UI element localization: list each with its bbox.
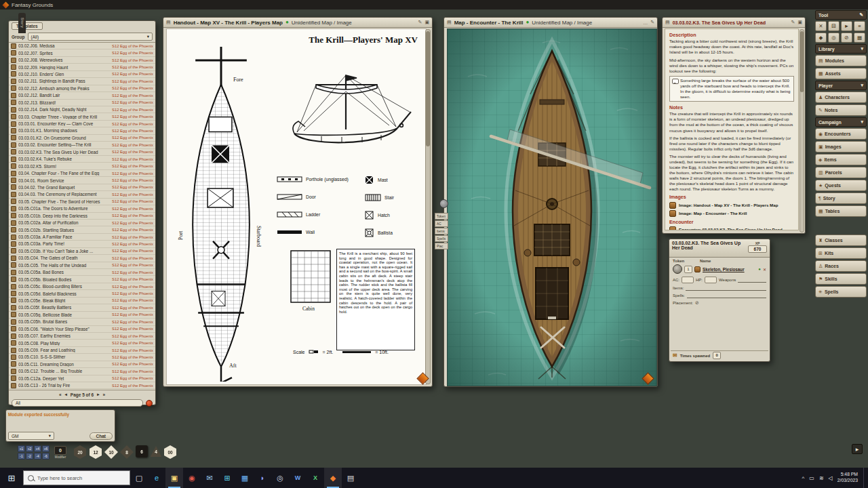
- story-list-item[interactable]: 03.05.C13 - 26 Trial by Fire S12 Egg of …: [9, 382, 155, 389]
- story-list-item[interactable]: 03.02.J06. Medusa S12 Egg of the Phoenix: [9, 43, 155, 49]
- sidebar-button[interactable]: ▤ Modules: [815, 55, 867, 66]
- story-list-item[interactable]: 03.02.J09. Hanging Haunt S12 Egg of the …: [9, 64, 155, 70]
- story-list-item[interactable]: 03.05.C02a. Altar of Purification S12 Eg…: [9, 220, 155, 226]
- encounter-title-bar[interactable]: 03.03.02.K3. The Sea Gives Up Her Dead X…: [669, 239, 770, 258]
- tool-button[interactable]: ◎: [828, 33, 840, 43]
- story-list-item[interactable]: 03.05.C02b. Startling Statues S12 Egg of…: [9, 226, 155, 233]
- tool-button[interactable]: ►: [841, 21, 852, 31]
- npc-row[interactable]: 1 Skeleton, Plesiosaur ● ✕: [673, 264, 766, 274]
- no-placement-icon[interactable]: ⊘: [695, 300, 699, 306]
- story-list-item[interactable]: 03.05.C01b. Deep into the Darkness S12 E…: [9, 213, 155, 220]
- story-list-item[interactable]: 03.05.C03a. A Familiar Face S12 Egg of t…: [9, 234, 155, 241]
- handout-scrollbar[interactable]: [425, 29, 431, 384]
- story-list-item[interactable]: 03.05.C05a. Bad Bones S12 Egg of the Pho…: [9, 269, 155, 276]
- edit-icon[interactable]: ✎: [650, 20, 654, 25]
- sidebar-button[interactable]: ♜ Classes: [815, 235, 867, 246]
- story-list-item[interactable]: 03.02.J11. Sightings in Bandit Pass S12 …: [9, 78, 155, 85]
- sidebar-button[interactable]: ¶ Story: [815, 192, 867, 204]
- sidebar-button[interactable]: ▦ Tables: [815, 205, 867, 217]
- story-list-item[interactable]: 03.05.C05h. Brutal Banes S12 Egg of the …: [9, 319, 155, 325]
- sidebar-section-player[interactable]: Player ▾: [815, 81, 867, 90]
- hp-field[interactable]: [705, 277, 717, 283]
- hidden-tab[interactable]: Token: [435, 213, 448, 220]
- fantasy-grounds-icon[interactable]: ◆: [324, 468, 342, 488]
- sidebar-section-library[interactable]: Library ▾: [815, 44, 867, 54]
- chat-button[interactable]: Chat: [90, 432, 113, 440]
- story-list-item[interactable]: 03.05.C12a. Deeper Yet S12 Egg of the Ph…: [9, 375, 155, 382]
- sidebar-button[interactable]: ◈ Items: [815, 154, 867, 165]
- story-list-item[interactable]: 03.02.J12. Bandit Lair S12 Egg of the Ph…: [9, 92, 155, 99]
- story-list-item[interactable]: 03.02.J10. Enders' Glen S12 Egg of the P…: [9, 71, 155, 78]
- story-list-item[interactable]: 03.04.03. The Ceremony of Replacement S1…: [9, 191, 155, 198]
- delete-icon[interactable]: ✕: [763, 267, 766, 272]
- show-desktop-button[interactable]: [863, 468, 868, 488]
- add-token-icon[interactable]: ●: [758, 267, 761, 271]
- story-list-item[interactable]: 03.05. Chapter Five - The Sword of Heroe…: [9, 199, 155, 205]
- filter-input[interactable]: All: [12, 399, 143, 407]
- story-list-item[interactable]: 03.05.C06. "Watch Your Step Please" S12 …: [9, 326, 155, 333]
- story-list-item[interactable]: 03.05.C10. S-S-S-Slither S12 Egg of the …: [9, 354, 155, 361]
- edit-icon[interactable]: ✎: [791, 20, 795, 25]
- mail-icon[interactable]: ✉: [201, 468, 218, 488]
- hidden-npc-window[interactable]: Token AC Items Spells Plac: [435, 213, 448, 249]
- task-view-icon[interactable]: ▢: [130, 468, 148, 488]
- modifier-button[interactable]: -4: [34, 453, 41, 460]
- xp-value[interactable]: 670: [748, 245, 767, 253]
- sidebar-button[interactable]: ★ Quests: [815, 180, 867, 191]
- map-title-bar[interactable]: ▤ Map - Encounter - The Krill ● Unidenti…: [444, 18, 657, 28]
- story-list-item[interactable]: 03.05.C05. The Halls of the Undead S12 E…: [9, 262, 155, 269]
- group-select[interactable]: (All) ▾: [28, 33, 153, 41]
- d12-die[interactable]: 12: [89, 445, 102, 459]
- story-list-item[interactable]: 03.05.C07. Earthy Enemies S12 Egg of the…: [9, 333, 155, 340]
- more-options-icon[interactable]: …: [643, 20, 648, 25]
- story-list-item[interactable]: 03.05.C05f. Beastly Battlers S12 Egg of …: [9, 304, 155, 311]
- sidebar-button[interactable]: ⚑ Skills: [815, 273, 867, 285]
- story-list-item[interactable]: 03.05.C05b. Bloated Bodies S12 Egg of th…: [9, 276, 155, 283]
- handout-image[interactable]: The Krill—Players' Map XV: [166, 28, 427, 385]
- modifier-button[interactable]: +4: [34, 445, 41, 452]
- story-list-item[interactable]: 03.04.02. The Grand Banquet S12 Egg of t…: [9, 184, 155, 191]
- modifier-value[interactable]: 0: [54, 446, 66, 455]
- story-list-item[interactable]: 03.05.C12. Trouble ... Big Trouble S12 E…: [9, 368, 155, 375]
- chrome-icon[interactable]: ◉: [183, 468, 201, 488]
- story-list-item[interactable]: 03.02.J14. Dark Night, Deadly Night S12 …: [9, 106, 155, 113]
- prev-page-icon[interactable]: ◂: [65, 392, 67, 397]
- last-page-icon[interactable]: »: [102, 392, 105, 397]
- sidebar-button[interactable]: ✳ Spells: [815, 286, 867, 298]
- sidebar-button[interactable]: ⊞ Kits: [815, 247, 867, 259]
- sidebar-button[interactable]: ✎ Notes: [815, 104, 867, 116]
- sidebar-button[interactable]: ▣ Images: [815, 141, 867, 152]
- sidebar-button[interactable]: ▦ Assets: [815, 68, 867, 79]
- encounter-link[interactable]: Encounter: 03.03.02.K3. The Sea Gives Up…: [669, 226, 794, 230]
- hidden-tab[interactable]: Items: [435, 228, 448, 235]
- sidebar-section-tool[interactable]: Tool ✎: [815, 10, 867, 20]
- next-page-icon[interactable]: ▸: [97, 392, 99, 397]
- spells-field[interactable]: [687, 293, 766, 298]
- story-list[interactable]: 03.02.J06. Medusa S12 Egg of the Phoenix…: [9, 42, 155, 390]
- start-button[interactable]: ⊞: [0, 468, 23, 488]
- volume-icon[interactable]: ◁: [829, 475, 833, 481]
- image-link[interactable]: Image: Handout - Map XV - The Krill - Pl…: [669, 202, 794, 209]
- tool-button[interactable]: ≡: [854, 21, 865, 31]
- story-list-item[interactable]: 03.05.C05c. Blood-curdling Biters S12 Eg…: [9, 283, 155, 290]
- story-entry-body[interactable]: Description Tacking along a bitter cold …: [665, 28, 799, 230]
- excel-icon[interactable]: X: [307, 468, 324, 488]
- story-list-item[interactable]: 03.05.C05d. Baleful Blackness S12 Egg of…: [9, 290, 155, 297]
- sidebar-button[interactable]: ▥ Parcels: [815, 167, 867, 178]
- modifier-button[interactable]: +1: [18, 445, 25, 452]
- story-list-item[interactable]: 03.03.01.K2. On Gruesome Ground S12 Egg …: [9, 135, 155, 142]
- items-field[interactable]: [686, 285, 766, 291]
- notepad-icon[interactable]: ▤: [342, 468, 359, 488]
- d20-die[interactable]: 20: [73, 445, 87, 459]
- link-icon[interactable]: [694, 266, 701, 272]
- npc-count[interactable]: 1: [684, 266, 692, 273]
- handout-title-bar[interactable]: ▤ Handout - Map XV - The Krill - Players…: [163, 18, 432, 28]
- sidebar-section-campaign[interactable]: Campaign ▾: [815, 117, 867, 127]
- window-anchor-handle[interactable]: [439, 199, 448, 208]
- edge-icon[interactable]: e: [148, 468, 165, 488]
- story-list-item[interactable]: 03.05.C05e. Bleak Blight S12 Egg of the …: [9, 298, 155, 304]
- tool-button[interactable]: ✕: [815, 21, 827, 31]
- d4-die[interactable]: 4: [150, 445, 162, 458]
- tray-chevron-icon[interactable]: ^: [802, 475, 805, 481]
- story-list-item[interactable]: 03.05.C03b. If You Can't Take a Joke ...…: [9, 248, 155, 255]
